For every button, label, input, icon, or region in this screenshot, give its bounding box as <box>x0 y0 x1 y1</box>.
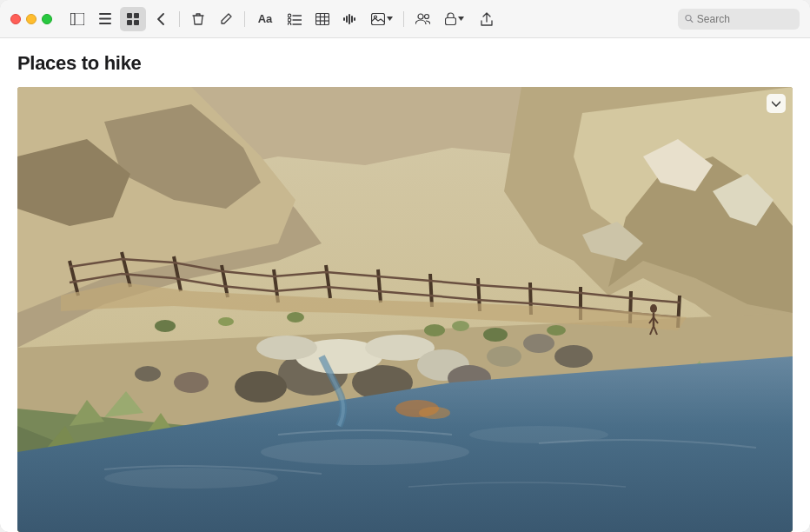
svg-point-51 <box>256 336 317 360</box>
svg-point-103 <box>483 328 508 342</box>
list-view-button[interactable] <box>92 7 118 31</box>
svg-point-26 <box>374 16 376 18</box>
svg-rect-2 <box>99 13 111 15</box>
grid-view-button[interactable] <box>120 7 146 31</box>
svg-rect-15 <box>316 13 329 24</box>
sidebar-toggle-button[interactable] <box>64 7 90 31</box>
search-box[interactable] <box>678 9 800 30</box>
svg-point-102 <box>452 321 469 331</box>
svg-rect-22 <box>349 14 350 24</box>
svg-point-54 <box>487 346 521 367</box>
compose-button[interactable] <box>213 7 239 31</box>
svg-point-78 <box>261 439 469 465</box>
svg-point-101 <box>424 324 445 336</box>
svg-rect-1 <box>70 13 84 25</box>
svg-rect-20 <box>343 17 345 21</box>
svg-point-9 <box>288 14 291 17</box>
svg-line-31 <box>691 20 693 22</box>
search-input[interactable] <box>697 13 793 25</box>
landscape-image <box>17 87 793 532</box>
svg-rect-8 <box>134 20 139 25</box>
svg-point-27 <box>418 14 423 19</box>
svg-point-11 <box>288 18 291 22</box>
svg-rect-7 <box>127 20 132 25</box>
svg-rect-4 <box>99 23 111 24</box>
svg-point-104 <box>287 312 304 323</box>
separator-2 <box>244 11 245 27</box>
share-button[interactable] <box>474 7 500 31</box>
svg-point-52 <box>174 372 209 393</box>
search-icon <box>685 14 694 23</box>
svg-point-30 <box>686 15 691 20</box>
traffic-lights <box>10 14 52 24</box>
media-button[interactable] <box>365 7 398 31</box>
svg-point-80 <box>104 468 278 489</box>
expand-button[interactable] <box>767 94 786 113</box>
note-image <box>17 87 793 532</box>
notes-window: Aa <box>0 0 810 532</box>
svg-point-57 <box>554 345 593 368</box>
svg-point-55 <box>135 366 161 382</box>
svg-point-107 <box>547 325 566 336</box>
separator-1 <box>179 11 180 27</box>
svg-point-28 <box>424 14 428 18</box>
svg-rect-21 <box>346 16 348 23</box>
format-button[interactable]: Aa <box>250 7 280 31</box>
svg-rect-0 <box>70 13 75 25</box>
svg-point-109 <box>419 407 450 419</box>
maximize-button[interactable] <box>42 14 52 24</box>
svg-point-56 <box>523 334 554 353</box>
titlebar: Aa <box>0 0 810 38</box>
format-label: Aa <box>258 12 273 25</box>
svg-rect-23 <box>351 16 353 23</box>
delete-button[interactable] <box>185 7 211 31</box>
audio-button[interactable] <box>337 7 363 31</box>
back-button[interactable] <box>148 7 174 31</box>
close-button[interactable] <box>10 14 21 24</box>
svg-rect-24 <box>354 17 355 21</box>
table-button[interactable] <box>309 7 335 31</box>
svg-point-95 <box>650 304 657 313</box>
svg-rect-3 <box>99 18 111 20</box>
minimize-button[interactable] <box>26 14 37 24</box>
separator-3 <box>403 11 404 27</box>
lock-button[interactable] <box>437 7 472 31</box>
note-content: Places to hike <box>0 38 810 532</box>
svg-rect-6 <box>134 13 139 18</box>
svg-rect-5 <box>127 13 132 18</box>
checklist-button[interactable] <box>282 7 308 31</box>
collaborate-button[interactable] <box>409 7 435 31</box>
note-title: Places to hike <box>17 52 793 75</box>
svg-point-46 <box>235 371 287 402</box>
svg-point-105 <box>218 317 234 326</box>
toolbar: Aa <box>64 7 800 31</box>
svg-point-13 <box>288 23 291 25</box>
svg-rect-29 <box>446 18 456 25</box>
svg-point-106 <box>155 320 176 332</box>
